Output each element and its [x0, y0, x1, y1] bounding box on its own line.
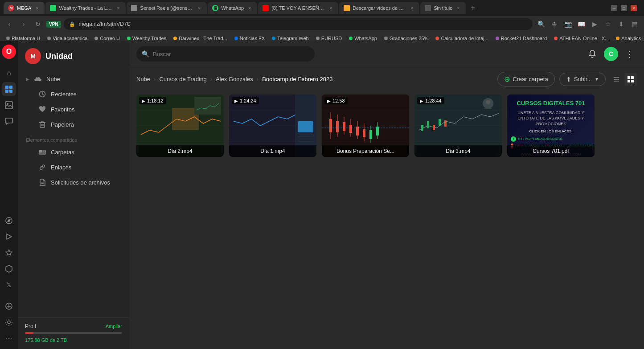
bookmark-star-button[interactable]: ☆ [602, 18, 614, 30]
tab-sin-titulo-label: Sin titulo [434, 5, 452, 11]
back-button[interactable]: ‹ [4, 18, 15, 30]
opera-logo[interactable]: O [2, 45, 16, 59]
pro-label-row: Pro I Ampliar [25, 323, 122, 329]
pdf-link-telegram-text: HTTPS://T.ME/CURSOS701 [518, 137, 563, 141]
tab-wealthy[interactable]: Wealthy Trades - La Logic... × [45, 2, 126, 14]
file-grid: ▶ 1:18:12 Día 2.mp4 [129, 91, 644, 349]
opera-nav-explore[interactable] [2, 214, 16, 228]
upload-button[interactable]: ⬆ Subir... ▼ [559, 73, 606, 86]
file-card-bonus[interactable]: ▶ 12:58 Bonus Preparación Se... [322, 94, 409, 157]
svg-rect-2 [5, 90, 8, 93]
tab-close-mega[interactable]: × [34, 5, 40, 11]
opera-nav-start[interactable]: ⌂ [2, 66, 16, 80]
play-nav-button[interactable]: ▶ [589, 18, 600, 30]
sidebar-item-recientes[interactable]: Recientes [21, 86, 126, 102]
search-bar[interactable]: 🔍 [136, 46, 315, 62]
sidebar-item-nube-label: Nube [46, 76, 60, 82]
sidebar-toggle-button[interactable]: ▤ [629, 18, 640, 30]
extensions-button[interactable]: ⊕ [549, 18, 560, 30]
tab-sin-titulo[interactable]: Sin titulo × [420, 2, 466, 14]
opera-nav-settings[interactable] [2, 315, 16, 329]
tab-close-sin-titulo[interactable]: × [455, 5, 461, 11]
opera-nav-photos[interactable] [2, 98, 16, 112]
analytics-favicon [616, 37, 619, 40]
address-bar[interactable]: 🔒 mega.nz/fm/sjtnVD7C [64, 18, 533, 30]
opera-nav-x[interactable]: 𝕏 [2, 278, 16, 292]
svg-point-76 [486, 100, 490, 104]
breadcrumb-alex[interactable]: Alex Gonzales [216, 76, 253, 82]
ampliar-button[interactable]: Ampliar [106, 324, 122, 329]
opera-nav-unit[interactable] [2, 82, 16, 96]
breadcrumb-sep-2: › [210, 76, 212, 82]
sidebar-item-nube[interactable]: ▶ Nube [21, 71, 126, 86]
history-button[interactable]: 📖 [575, 18, 587, 30]
vpn-badge[interactable]: VPN [46, 21, 61, 28]
tab-close-sensei[interactable]: × [196, 5, 202, 11]
svg-marker-8 [6, 265, 12, 272]
sidebar-item-enlaces[interactable]: Enlaces [21, 160, 126, 175]
refresh-button[interactable]: ↻ [32, 18, 44, 30]
sidebar-item-favoritos-label: Favoritos [51, 106, 74, 113]
mega-header: M Unidad [18, 41, 129, 71]
plus-icon: ⊕ [504, 75, 510, 83]
upload-icon: ⬆ [566, 76, 571, 83]
opera-nav-pinboards[interactable] [2, 246, 16, 260]
breadcrumb-cursos[interactable]: Cursos de Trading [159, 76, 206, 82]
sidebar-item-favoritos[interactable]: Favoritos [21, 102, 126, 117]
bookmark-vida-label: Vida academica [53, 36, 87, 41]
opera-nav-extensions[interactable] [2, 299, 16, 313]
tab-close-descargar[interactable]: × [409, 5, 415, 11]
sidebar-item-solicitudes[interactable]: Solicitudes de archivos [21, 175, 126, 190]
tab-mega[interactable]: M MEGA × [4, 2, 45, 14]
tab-close-wealthy[interactable]: × [115, 5, 121, 11]
telegram-favicon [272, 37, 275, 40]
file-icon [38, 178, 46, 186]
opera-nav-more[interactable]: ··· [2, 331, 16, 345]
minimize-button[interactable]: ─ [611, 5, 617, 11]
search-nav-button[interactable]: 🔍 [535, 18, 547, 30]
grab-favicon [384, 37, 388, 40]
tab-descargar-label: Descargar videos de YouT... [353, 5, 406, 11]
tab-youtube[interactable]: (8) TE VOY A ENSEÑAR L... × [258, 2, 338, 14]
more-options-button[interactable]: ⋮ [623, 47, 637, 61]
list-view-button[interactable] [610, 73, 623, 86]
bookmark-plataforma-label: Plataforma U [12, 36, 40, 41]
duration-text-dia1: 1:24:24 [240, 98, 256, 103]
tab-sensei[interactable]: Sensei Reels (@sensei_re... × [127, 2, 207, 14]
breadcrumb-nube[interactable]: Nube [136, 76, 150, 82]
file-card-dia2[interactable]: ▶ 1:18:12 Día 2.mp4 [136, 94, 224, 157]
svg-point-13 [8, 321, 10, 324]
download-button[interactable]: ⬇ [615, 18, 627, 30]
forward-button[interactable]: › [18, 18, 29, 30]
create-folder-button[interactable]: ⊕ Crear carpeta [497, 72, 554, 86]
bookmark-athlean-label: ATHLEAN Online - X... [559, 36, 609, 41]
view-toggle [610, 73, 637, 86]
tab-close-youtube[interactable]: × [328, 5, 334, 11]
new-tab-button[interactable]: + [467, 2, 479, 14]
maximize-button[interactable]: □ [621, 5, 627, 11]
screenshot-button[interactable]: 📷 [562, 18, 574, 30]
file-card-pdf[interactable]: CURSOS DIGITALES 701 ÚNETE A NUESTRA COM… [507, 94, 595, 157]
user-avatar[interactable]: C [604, 47, 618, 61]
opera-nav-flow[interactable] [2, 230, 16, 244]
file-card-dia3[interactable]: ▶ 1:28:44 Día 3.mp4 [414, 94, 502, 157]
notifications-button[interactable] [585, 47, 599, 61]
svg-rect-36 [194, 97, 221, 115]
opera-nav-chat[interactable] [2, 114, 16, 128]
tab-whatsapp[interactable]: 📱 WhatsApp × [208, 2, 257, 14]
tab-close-whatsapp[interactable]: × [246, 5, 253, 11]
bookmark-analytics-label: Analytics | Página pri... [621, 36, 644, 41]
sidebar-nav: ▶ Nube Recientes [18, 71, 129, 317]
sidebar-item-papelera[interactable]: Papelera [21, 117, 126, 132]
file-card-dia1[interactable]: ▶ 1:24:24 Día 1.mp4 [229, 94, 316, 157]
sidebar-item-carpetas[interactable]: Carpetas [21, 144, 126, 160]
search-input[interactable] [153, 51, 309, 57]
close-button[interactable]: × [631, 5, 637, 11]
opera-nav-hexagon[interactable] [2, 262, 16, 276]
nav-bar: ‹ › ↻ VPN 🔒 mega.nz/fm/sjtnVD7C 🔍 ⊕ 📷 📖 … [0, 16, 644, 32]
mega-favicon: M [8, 5, 14, 11]
upload-dropdown-icon: ▼ [595, 77, 599, 82]
grid-view-button[interactable] [624, 73, 637, 86]
pdf-title: CURSOS DIGITALES 701 [517, 100, 585, 107]
tab-descargar[interactable]: Descargar videos de YouT... × [339, 2, 419, 14]
